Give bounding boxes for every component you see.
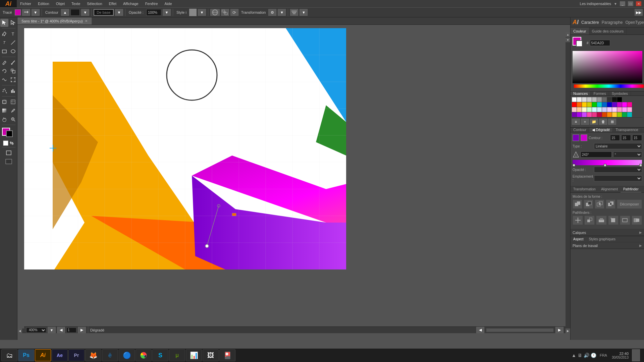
grad-bar-stop-2[interactable] [604, 164, 606, 167]
eyedropper-tool[interactable] [9, 107, 17, 115]
select-tool[interactable] [0, 19, 8, 27]
type-select[interactable]: Linéaire [594, 143, 642, 149]
canvas-tab-close[interactable]: ✕ [85, 19, 88, 23]
swatch-gray8[interactable] [612, 97, 617, 102]
menu-fichier[interactable]: Fichier [17, 0, 35, 7]
hscroll-right[interactable]: ▶ [566, 328, 570, 333]
canvas-viewport[interactable]: ▲ ▼ ◀ ▶ 400% ▼ ◀ [17, 25, 570, 333]
appearance-btn[interactable] [210, 9, 220, 16]
symbol-spray-tool[interactable] [0, 87, 8, 95]
guide-couleurs-tab[interactable]: Guide des couleurs [589, 27, 627, 35]
caractere-tab[interactable]: Caractère [581, 20, 599, 25]
grad-bar-stop-1[interactable] [573, 164, 575, 167]
swatch-magenta[interactable] [617, 102, 622, 107]
free-transform-tool[interactable] [9, 76, 17, 84]
nuances-delete[interactable]: 🗑 [599, 119, 607, 125]
color-spectrum[interactable] [573, 51, 642, 83]
nuances-view[interactable]: ⊞ [608, 119, 616, 125]
styles-tab[interactable]: Styles graphiques [586, 236, 619, 242]
hscroll-left[interactable]: ◀ [17, 328, 22, 333]
swatch-crimson[interactable] [597, 112, 602, 117]
swatch-lavender[interactable] [602, 107, 607, 112]
taskbar-aftereffects[interactable]: Ae [52, 349, 68, 361]
zoom-tool[interactable] [9, 115, 17, 123]
text-tool[interactable]: T [9, 30, 17, 38]
stroke-swatch[interactable] [6, 130, 13, 137]
swatch-violet[interactable] [577, 112, 582, 117]
taskbar-chrome[interactable] [136, 349, 152, 361]
menu-objet[interactable]: Objet [53, 0, 68, 7]
vscroll-down[interactable]: ▼ [566, 38, 570, 42]
maximize-button[interactable]: □ [628, 1, 633, 6]
style-box[interactable] [189, 9, 197, 16]
contour-val3[interactable] [632, 135, 642, 141]
swatch-lilac[interactable] [607, 107, 612, 112]
none-fill[interactable] [3, 140, 8, 146]
opacite-select[interactable] [594, 167, 642, 173]
swatch-emerald[interactable] [622, 112, 627, 117]
nuances-folder[interactable]: 📁 [590, 119, 598, 125]
taskbar-utorrent[interactable]: μ [169, 349, 185, 361]
swatch-red[interactable] [572, 102, 577, 107]
slice-tool[interactable] [9, 98, 17, 106]
swatch-orange[interactable] [577, 102, 582, 107]
tray-clock[interactable]: 🕐 [591, 353, 596, 358]
taskbar-app6[interactable]: 🔵 [119, 349, 135, 361]
stroke-color[interactable]: De base [94, 9, 114, 16]
column-graph-tool[interactable] [9, 87, 17, 95]
swatch-green[interactable] [592, 102, 597, 107]
swatch-darkblue[interactable] [607, 102, 612, 107]
status-scroll-track[interactable] [486, 328, 553, 332]
swap-colors-icon[interactable] [9, 140, 14, 146]
next-page[interactable]: ▶ [78, 327, 86, 334]
pf-trim[interactable] [584, 216, 595, 225]
swatch-amber[interactable] [607, 112, 612, 117]
swatch-lightyellow[interactable] [582, 107, 587, 112]
ellipse-tool[interactable] [9, 47, 17, 55]
canvas-tab-item[interactable]: Sans titre - 1* @ 400% (RVB/Aperçu) ✕ [17, 17, 92, 24]
taskbar-app13[interactable]: 🎴 [219, 349, 235, 361]
swatch-lightpink2[interactable] [627, 107, 632, 112]
swatch-teal[interactable] [627, 112, 632, 117]
grad-bar-stop-3[interactable] [639, 164, 642, 167]
contour-down[interactable]: ▼ [81, 9, 89, 16]
nuances-menu[interactable]: ≡ [572, 119, 580, 125]
swatch-gray1[interactable] [577, 97, 582, 102]
degrade-tab[interactable]: ◀ Dégradé [589, 128, 613, 132]
grad-stop-1[interactable] [573, 134, 579, 141]
status-scroll-left[interactable]: ◀ [476, 327, 484, 334]
normal-view[interactable] [5, 149, 13, 157]
swatch-gray3[interactable] [587, 97, 592, 102]
pf-crop[interactable] [608, 216, 619, 225]
swatch-rose[interactable] [587, 112, 592, 117]
contour-val2[interactable] [621, 135, 631, 141]
swatch-brick[interactable] [602, 112, 607, 117]
calques-header[interactable]: Calques ▶ [571, 229, 644, 236]
gradient-bar[interactable] [573, 160, 642, 165]
line-tool[interactable] [9, 39, 17, 47]
rect-tool[interactable] [0, 47, 8, 55]
swatch-pink[interactable] [627, 102, 632, 107]
extra-btn1[interactable] [290, 9, 298, 16]
swatch-white[interactable] [572, 97, 577, 102]
swatch-medpurple[interactable] [582, 112, 587, 117]
symboles-tab[interactable]: Symboles [609, 92, 631, 96]
swatch-lightcyan[interactable] [592, 107, 597, 112]
taskbar-firefox[interactable]: 🦊 [85, 349, 101, 361]
pathfinder-tab[interactable]: Pathfinder [621, 186, 641, 192]
direct-select-tool[interactable] [9, 19, 17, 27]
screen-mode[interactable] [5, 158, 13, 166]
menu-aide[interactable]: Aide [161, 0, 175, 7]
contour-up[interactable]: ▲ [61, 9, 69, 16]
swatch-cerise[interactable] [592, 112, 597, 117]
brush-tool[interactable] [9, 58, 17, 66]
taskbar-ie[interactable]: ë [102, 349, 118, 361]
angle-dropdown[interactable]: ° [613, 152, 642, 158]
mode-unite[interactable] [573, 199, 582, 209]
zoom-dropdown[interactable]: ▼ [48, 327, 56, 334]
taskbar-illustrator[interactable]: Ai [35, 349, 51, 361]
swatch-black[interactable] [617, 97, 622, 102]
warp-tool[interactable] [0, 76, 8, 84]
plans-header[interactable]: Plans de travail ▶ [571, 242, 644, 249]
angle-input[interactable] [581, 152, 612, 158]
